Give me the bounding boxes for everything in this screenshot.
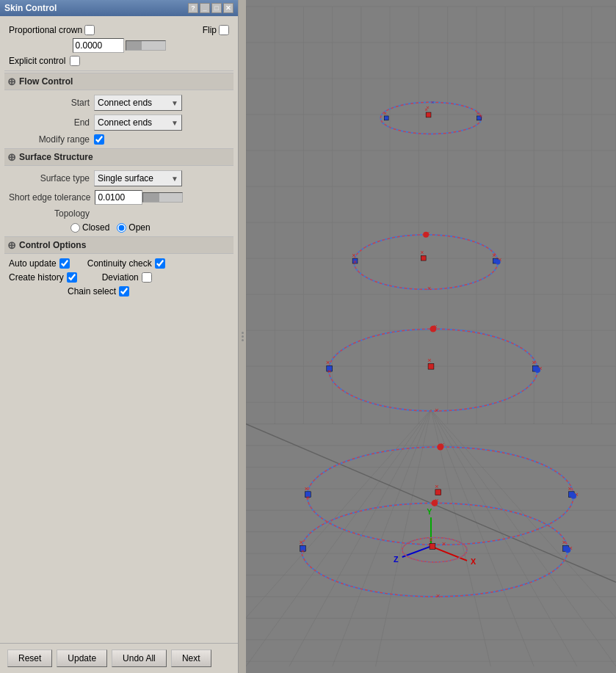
svg-text:X: X bbox=[471, 557, 477, 566]
open-radio-item: Open bbox=[117, 222, 150, 233]
close-button[interactable]: ✕ bbox=[223, 3, 233, 13]
topology-label: Topology bbox=[9, 208, 90, 219]
crown-slider[interactable] bbox=[126, 40, 166, 51]
svg-point-79 bbox=[423, 232, 429, 238]
crown-value-input[interactable] bbox=[73, 38, 124, 53]
surface-type-row: Surface type Single surface ▼ bbox=[4, 170, 233, 186]
create-history-checkbox[interactable] bbox=[67, 272, 77, 283]
end-value: Connect ends bbox=[98, 117, 152, 128]
surface-type-dropdown-arrow: ▼ bbox=[171, 175, 178, 183]
surface-type-label: Surface type bbox=[9, 173, 90, 183]
flip-checkbox[interactable] bbox=[219, 25, 229, 35]
chain-select-row: Chain select bbox=[9, 286, 233, 297]
svg-text:×: × bbox=[479, 113, 483, 120]
svg-point-123 bbox=[431, 500, 438, 506]
svg-text:×: × bbox=[435, 406, 439, 414]
top-section: Proportional crown Flip Explicit control bbox=[4, 21, 233, 71]
flip-wrap: Flip bbox=[203, 25, 229, 35]
start-select[interactable]: Connect ends ▼ bbox=[94, 95, 182, 111]
start-row: Start Connect ends ▼ bbox=[4, 95, 233, 111]
surface-structure-title: Surface Structure bbox=[19, 152, 93, 162]
auto-update-checkbox[interactable] bbox=[59, 258, 70, 269]
flip-label: Flip bbox=[203, 25, 217, 35]
svg-text:×: × bbox=[431, 99, 435, 106]
bottom-buttons: Reset Update Undo All Next bbox=[0, 643, 238, 673]
explicit-row: Explicit control bbox=[9, 56, 229, 66]
auto-update-row: Auto update Continuity check bbox=[9, 258, 233, 269]
control-options-title: Control Options bbox=[19, 240, 86, 250]
closed-radio[interactable] bbox=[70, 223, 80, 233]
create-history-row: Create history Deviation bbox=[9, 272, 233, 283]
continuity-label: Continuity check bbox=[87, 258, 152, 269]
closed-label: Closed bbox=[82, 222, 109, 233]
title-bar: Skin Control ? _ □ ✕ bbox=[0, 0, 238, 16]
reset-button[interactable]: Reset bbox=[7, 650, 52, 667]
svg-text:×: × bbox=[562, 538, 566, 546]
svg-text:×: × bbox=[353, 258, 357, 266]
svg-point-107 bbox=[437, 444, 443, 451]
svg-text:×: × bbox=[568, 484, 572, 492]
end-dropdown-arrow: ▼ bbox=[171, 119, 178, 127]
viewport: X Y Z × × × × × × bbox=[246, 0, 616, 673]
chain-select-checkbox[interactable] bbox=[119, 286, 129, 297]
chain-select-label: Chain select bbox=[68, 286, 116, 297]
start-value: Connect ends bbox=[98, 98, 152, 108]
deviation-checkbox[interactable] bbox=[142, 272, 152, 283]
svg-rect-113 bbox=[430, 543, 435, 549]
update-button[interactable]: Update bbox=[57, 650, 107, 667]
svg-text:×: × bbox=[442, 539, 446, 548]
minimize-button[interactable]: _ bbox=[200, 3, 210, 13]
proportional-crown-checkbox[interactable] bbox=[84, 25, 95, 35]
svg-text:×: × bbox=[436, 592, 441, 600]
svg-text:×: × bbox=[492, 252, 496, 259]
topology-radio-group: Closed Open bbox=[4, 222, 233, 233]
end-label: End bbox=[9, 117, 90, 128]
drag-handle[interactable] bbox=[239, 0, 246, 673]
svg-rect-69 bbox=[421, 255, 426, 261]
continuity-checkbox[interactable] bbox=[155, 258, 165, 269]
auto-update-label: Auto update bbox=[9, 258, 57, 269]
short-edge-slider[interactable] bbox=[142, 192, 183, 203]
modify-range-label: Modify range bbox=[9, 134, 90, 145]
surface-structure-icon: ⊕ bbox=[7, 151, 16, 163]
open-radio[interactable] bbox=[117, 223, 126, 233]
short-edge-input[interactable] bbox=[95, 190, 142, 205]
control-options-body: Auto update Continuity check Create hist… bbox=[4, 258, 233, 297]
svg-text:×: × bbox=[305, 493, 310, 501]
svg-text:×: × bbox=[420, 249, 424, 256]
title-bar-buttons: ? _ □ ✕ bbox=[188, 3, 233, 13]
proportional-crown-wrap: Proportional crown bbox=[9, 25, 95, 35]
svg-text:×: × bbox=[383, 110, 387, 117]
svg-point-94 bbox=[535, 367, 540, 373]
control-options-icon: ⊕ bbox=[7, 239, 16, 251]
proportional-row: Proportional crown Flip bbox=[9, 25, 229, 35]
modify-range-checkbox[interactable] bbox=[94, 134, 104, 145]
svg-rect-97 bbox=[435, 490, 441, 495]
value-row bbox=[9, 38, 229, 53]
svg-text:×: × bbox=[304, 484, 308, 492]
explicit-control-checkbox[interactable] bbox=[70, 56, 80, 66]
closed-radio-item: Closed bbox=[70, 222, 109, 233]
panel-content: Proportional crown Flip Explicit control… bbox=[0, 16, 238, 643]
surface-type-select[interactable]: Single surface ▼ bbox=[94, 170, 182, 186]
window-title: Skin Control bbox=[4, 3, 57, 13]
proportional-crown-label: Proportional crown bbox=[9, 25, 82, 35]
svg-text:×: × bbox=[435, 482, 439, 490]
undo-all-button[interactable]: Undo All bbox=[112, 650, 167, 667]
end-select[interactable]: Connect ends ▼ bbox=[94, 114, 182, 131]
surface-type-value: Single surface bbox=[98, 173, 153, 183]
svg-text:Z: Z bbox=[394, 555, 399, 564]
start-dropdown-arrow: ▼ bbox=[171, 99, 178, 107]
next-button[interactable]: Next bbox=[171, 650, 211, 667]
svg-text:×: × bbox=[326, 358, 330, 366]
topology-row: Topology bbox=[4, 208, 233, 219]
svg-text:×: × bbox=[300, 538, 304, 546]
svg-text:×: × bbox=[327, 367, 332, 375]
flow-control-header: ⊕ Flow Control bbox=[4, 73, 233, 90]
help-button[interactable]: ? bbox=[188, 3, 198, 13]
modify-range-row: Modify range bbox=[4, 134, 233, 145]
maximize-button[interactable]: □ bbox=[211, 3, 222, 13]
flow-control-icon: ⊕ bbox=[7, 76, 16, 87]
flow-control-title: Flow Control bbox=[19, 76, 73, 87]
deviation-label: Deviation bbox=[102, 272, 139, 283]
